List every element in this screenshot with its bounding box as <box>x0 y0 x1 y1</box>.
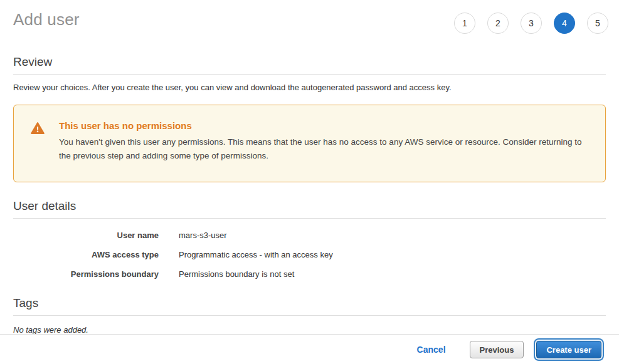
review-divider <box>13 74 606 75</box>
access-type-value: Programmatic access - with an access key <box>179 250 333 259</box>
warning-title: This user has no permissions <box>59 120 586 131</box>
wizard-header: Add user 1 2 3 4 5 <box>0 0 619 39</box>
warning-body: You haven't given this user any permissi… <box>59 135 586 163</box>
user-name-value: mars-s3-user <box>179 231 227 240</box>
user-details-heading: User details <box>13 199 606 213</box>
review-heading: Review <box>13 55 606 69</box>
step-4-circle-active[interactable]: 4 <box>554 13 575 34</box>
user-name-label: User name <box>13 231 159 240</box>
tags-heading: Tags <box>13 296 606 310</box>
step-1-circle[interactable]: 1 <box>454 13 475 34</box>
step-5-circle[interactable]: 5 <box>587 13 608 34</box>
review-section: Review Review your choices. After you cr… <box>13 55 606 93</box>
cancel-link[interactable]: Cancel <box>417 345 446 355</box>
user-details-section: User details User name mars-s3-user AWS … <box>13 199 606 279</box>
permissions-boundary-value: Permissions boundary is not set <box>179 269 294 279</box>
wizard-footer: Cancel Previous Create user <box>0 334 619 364</box>
detail-row-user-name: User name mars-s3-user <box>13 231 606 240</box>
create-user-button[interactable]: Create user <box>536 341 601 358</box>
detail-row-permissions-boundary: Permissions boundary Permissions boundar… <box>13 269 606 279</box>
warning-triangle-icon <box>31 122 45 138</box>
review-description: Review your choices. After you create th… <box>13 82 606 93</box>
step-3-circle[interactable]: 3 <box>521 13 542 34</box>
previous-button[interactable]: Previous <box>470 341 524 358</box>
tags-divider <box>13 315 606 316</box>
tags-section: Tags No tags were added. <box>13 296 606 335</box>
user-details-divider <box>13 218 606 219</box>
step-2-circle[interactable]: 2 <box>487 13 509 34</box>
access-type-label: AWS access type <box>13 250 159 259</box>
wizard-step-indicator: 1 2 3 4 5 <box>454 13 608 34</box>
tags-empty-message: No tags were added. <box>13 325 606 335</box>
detail-row-access-type: AWS access type Programmatic access - wi… <box>13 250 606 259</box>
page-title: Add user <box>13 10 80 29</box>
no-permissions-warning-banner: This user has no permissions You haven't… <box>13 105 606 182</box>
permissions-boundary-label: Permissions boundary <box>13 269 159 279</box>
